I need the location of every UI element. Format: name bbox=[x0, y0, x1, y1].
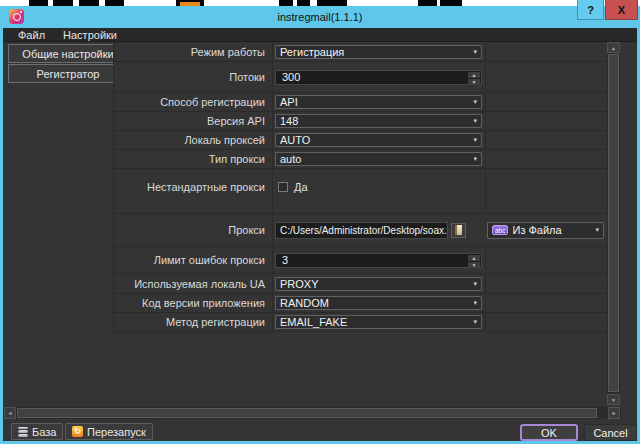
status-bar: База ↻ Перезапуск OK Cancel bbox=[3, 419, 637, 441]
work-mode-dropdown[interactable]: Регистрация ▾ bbox=[275, 45, 482, 59]
scroll-up-icon[interactable]: ▲ bbox=[607, 42, 620, 53]
dropdown-value: Регистрация bbox=[280, 46, 344, 58]
row-spacer bbox=[486, 247, 607, 273]
row-ua-locale: Используемая локаль UA PROXY ▾ bbox=[114, 274, 607, 294]
chevron-down-icon: ▾ bbox=[473, 117, 477, 125]
registration-way-dropdown[interactable]: API ▾ bbox=[275, 95, 482, 109]
browse-file-button[interactable] bbox=[451, 223, 466, 238]
nonstandard-proxy-checkbox[interactable] bbox=[278, 182, 288, 192]
chevron-down-icon: ▾ bbox=[473, 136, 477, 144]
field-label: Прокси bbox=[114, 214, 273, 246]
ua-locale-dropdown[interactable]: PROXY ▾ bbox=[275, 277, 482, 291]
row-registration-method: Способ регистрации API ▾ bbox=[114, 93, 607, 112]
row-app-version-code: Код версии приложения RANDOM ▾ bbox=[114, 294, 607, 313]
menu-file[interactable]: Файл bbox=[9, 28, 54, 42]
help-button[interactable]: ? bbox=[577, 0, 604, 20]
row-spacer bbox=[486, 150, 607, 168]
row-spacer bbox=[486, 42, 607, 61]
field-label: Используемая локаль UA bbox=[114, 274, 273, 293]
chevron-down-icon: ▾ bbox=[473, 48, 477, 56]
chevron-down-icon: ▾ bbox=[473, 299, 477, 307]
base-button[interactable]: База bbox=[11, 423, 63, 440]
field-label: Нестандартные прокси bbox=[114, 169, 273, 213]
row-proxy-type: Тип прокси auto ▾ bbox=[114, 150, 607, 169]
registration-method-dropdown[interactable]: EMAIL_FAKE ▾ bbox=[275, 315, 482, 329]
row-proxy-locale: Локаль проксей AUTO ▾ bbox=[114, 131, 607, 150]
vertical-scrollbar[interactable]: ▲ ▼ bbox=[607, 42, 620, 405]
horizontal-scrollbar[interactable]: ◄ ► bbox=[3, 407, 621, 419]
checkbox-label: Да bbox=[294, 181, 308, 193]
row-spacer bbox=[486, 93, 607, 111]
window-title: instregmail(1.1.1) bbox=[0, 11, 640, 23]
spin-up-icon[interactable]: ▲ bbox=[468, 72, 480, 78]
field-label: Метод регистрации bbox=[114, 313, 273, 331]
dropdown-value: 148 bbox=[280, 115, 298, 127]
scroll-right-icon[interactable]: ► bbox=[608, 407, 620, 419]
threads-spinner[interactable]: 300 ▲ ▼ bbox=[275, 70, 482, 85]
restart-button-label: Перезапуск bbox=[87, 426, 146, 438]
spin-down-icon[interactable]: ▼ bbox=[468, 262, 480, 268]
restart-icon: ↻ bbox=[72, 426, 83, 437]
row-spacer bbox=[486, 274, 607, 293]
spinner-value: 3 bbox=[276, 254, 467, 267]
settings-form: Режим работы Регистрация ▾ Потоки 300 ▲ bbox=[113, 42, 607, 332]
proxy-type-dropdown[interactable]: auto ▾ bbox=[275, 152, 482, 166]
vertical-scroll-thumb[interactable] bbox=[608, 54, 619, 392]
row-proxy-error-limit: Лимит ошибок прокси 3 ▲ ▼ bbox=[114, 247, 607, 274]
scroll-left-icon[interactable]: ◄ bbox=[4, 407, 16, 419]
restart-button[interactable]: ↻ Перезапуск bbox=[65, 423, 153, 440]
row-spacer bbox=[486, 62, 607, 92]
horizontal-scroll-thumb[interactable] bbox=[17, 408, 597, 418]
dropdown-value: auto bbox=[280, 153, 301, 165]
row-registration-mode: Метод регистрации EMAIL_FAKE ▾ bbox=[114, 313, 607, 332]
app-instagram-icon bbox=[9, 9, 24, 24]
row-spacer bbox=[486, 313, 607, 331]
row-proxy-source: Прокси C:/Users/Administrator/Desktop/so… bbox=[114, 214, 607, 247]
field-label: Режим работы bbox=[114, 42, 273, 61]
dropdown-value: EMAIL_FAKE bbox=[280, 316, 347, 328]
app-version-code-dropdown[interactable]: RANDOM ▾ bbox=[275, 296, 482, 310]
row-work-mode: Режим работы Регистрация ▾ bbox=[114, 42, 607, 62]
row-spacer bbox=[486, 112, 607, 130]
proxy-file-path-input[interactable]: C:/Users/Administrator/Desktop/soax.txt bbox=[275, 222, 448, 239]
tab-registrar[interactable]: Регистратор bbox=[8, 64, 128, 83]
row-spacer bbox=[486, 131, 607, 149]
chevron-down-icon: ▾ bbox=[595, 226, 599, 234]
row-threads: Потоки 300 ▲ ▼ bbox=[114, 62, 607, 93]
field-label: Лимит ошибок прокси bbox=[114, 247, 273, 273]
chevron-down-icon: ▾ bbox=[473, 318, 477, 326]
spin-down-icon[interactable]: ▼ bbox=[468, 79, 480, 85]
row-spacer bbox=[486, 294, 607, 312]
proxy-locale-dropdown[interactable]: AUTO ▾ bbox=[275, 133, 482, 147]
row-spacer bbox=[486, 169, 607, 213]
row-nonstandard-proxy: Нестандартные прокси Да bbox=[114, 169, 607, 214]
api-version-dropdown[interactable]: 148 ▾ bbox=[275, 114, 482, 128]
dropdown-value: RANDOM bbox=[280, 297, 329, 309]
chevron-down-icon: ▾ bbox=[473, 98, 477, 106]
proxy-error-limit-spinner[interactable]: 3 ▲ ▼ bbox=[275, 253, 482, 268]
window-body: Файл Настройки Общие настройки Регистрат… bbox=[0, 28, 640, 444]
close-button[interactable]: X bbox=[605, 0, 638, 20]
scroll-down-icon[interactable]: ▼ bbox=[607, 394, 620, 405]
field-label: Способ регистрации bbox=[114, 93, 273, 111]
menu-settings[interactable]: Настройки bbox=[54, 28, 126, 42]
dropdown-value: AUTO bbox=[280, 134, 310, 146]
proxy-source-dropdown[interactable]: abc Из Файла ▾ bbox=[487, 222, 604, 239]
field-label: Версия API bbox=[114, 112, 273, 130]
cancel-button[interactable]: Cancel bbox=[584, 424, 637, 441]
title-bar: instregmail(1.1.1) bbox=[0, 6, 640, 28]
base-button-label: База bbox=[32, 426, 56, 438]
database-icon bbox=[18, 427, 28, 437]
spin-up-icon[interactable]: ▲ bbox=[468, 255, 480, 261]
field-label: Тип прокси bbox=[114, 150, 273, 168]
tab-general-settings[interactable]: Общие настройки bbox=[8, 44, 128, 63]
field-label: Код версии приложения bbox=[114, 294, 273, 312]
field-label: Потоки bbox=[114, 62, 273, 92]
abc-icon: abc bbox=[492, 225, 508, 235]
field-label: Локаль проксей bbox=[114, 131, 273, 149]
ok-button[interactable]: OK bbox=[520, 424, 578, 441]
spinner-value: 300 bbox=[276, 71, 467, 84]
menu-bar: Файл Настройки bbox=[3, 28, 637, 42]
dropdown-value: API bbox=[280, 96, 298, 108]
chevron-down-icon: ▾ bbox=[473, 280, 477, 288]
